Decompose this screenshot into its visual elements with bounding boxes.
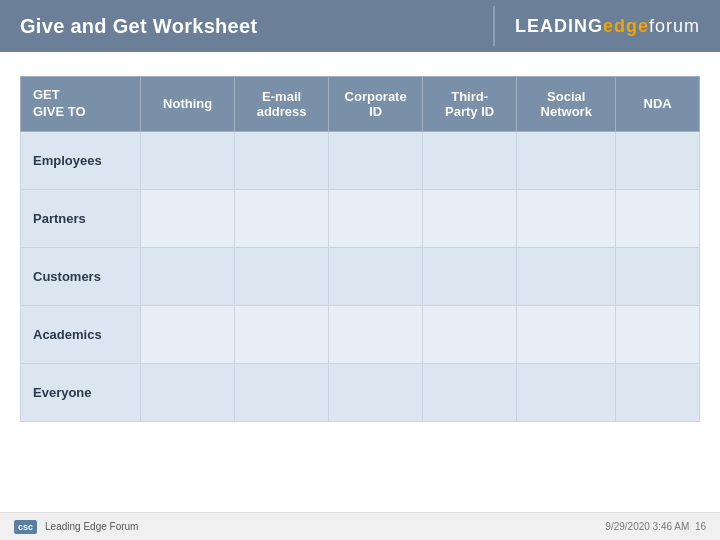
table-row: Customers [21, 247, 700, 305]
logo-divider [493, 6, 495, 46]
header-logo: LEADINGedgeforum [493, 6, 700, 46]
col-header-social: Social Network [517, 77, 616, 132]
table-row: Partners [21, 189, 700, 247]
table-row: Everyone [21, 363, 700, 421]
table-cell [616, 247, 700, 305]
logo-leading: LEADING [515, 16, 603, 37]
table-cell [141, 131, 235, 189]
table-cell [141, 305, 235, 363]
table-row: Academics [21, 305, 700, 363]
footer-left: csc Leading Edge Forum [14, 520, 138, 534]
table-cell [235, 363, 329, 421]
row-label: Everyone [21, 363, 141, 421]
table-cell [423, 247, 517, 305]
table-cell [423, 305, 517, 363]
logo-edge: edge [603, 16, 649, 37]
table-cell [235, 131, 329, 189]
table-cell [517, 363, 616, 421]
col-header-nothing: Nothing [141, 77, 235, 132]
row-label: Academics [21, 305, 141, 363]
table-cell [329, 363, 423, 421]
logo-forum: forum [649, 16, 700, 37]
footer-date: 9/29/2020 3:46 AM [605, 521, 689, 532]
main-content: GET GIVE TO Nothing E-mail address Corpo… [0, 52, 720, 430]
table-cell [235, 305, 329, 363]
table-cell [235, 247, 329, 305]
col-header-third-party: Third- Party ID [423, 77, 517, 132]
table-cell [616, 305, 700, 363]
col-header-nda: NDA [616, 77, 700, 132]
col-header-corporate: Corporate ID [329, 77, 423, 132]
table-cell [517, 189, 616, 247]
table-cell [329, 189, 423, 247]
table-cell [423, 131, 517, 189]
table-cell [329, 131, 423, 189]
row-label: Customers [21, 247, 141, 305]
table-header-row: GET GIVE TO Nothing E-mail address Corpo… [21, 77, 700, 132]
table-cell [616, 189, 700, 247]
table-cell [517, 247, 616, 305]
col-header-give-to: GET GIVE TO [21, 77, 141, 132]
csc-logo: csc [14, 520, 37, 534]
row-label: Partners [21, 189, 141, 247]
table-cell [141, 363, 235, 421]
page-title: Give and Get Worksheet [20, 15, 257, 38]
table-row: Employees [21, 131, 700, 189]
table-cell [517, 305, 616, 363]
table-cell [329, 247, 423, 305]
table-cell [423, 189, 517, 247]
worksheet-table: GET GIVE TO Nothing E-mail address Corpo… [20, 76, 700, 422]
table-cell [517, 131, 616, 189]
footer-text: Leading Edge Forum [45, 521, 138, 532]
table-cell [423, 363, 517, 421]
footer-page: 16 [695, 521, 706, 532]
table-cell [329, 305, 423, 363]
col-header-email: E-mail address [235, 77, 329, 132]
table-cell [235, 189, 329, 247]
table-cell [141, 189, 235, 247]
table-cell [616, 131, 700, 189]
table-cell [141, 247, 235, 305]
header: Give and Get Worksheet LEADINGedgeforum [0, 0, 720, 52]
footer: csc Leading Edge Forum 9/29/2020 3:46 AM… [0, 512, 720, 540]
footer-date-page: 9/29/2020 3:46 AM 16 [605, 521, 706, 532]
table-cell [616, 363, 700, 421]
row-label: Employees [21, 131, 141, 189]
